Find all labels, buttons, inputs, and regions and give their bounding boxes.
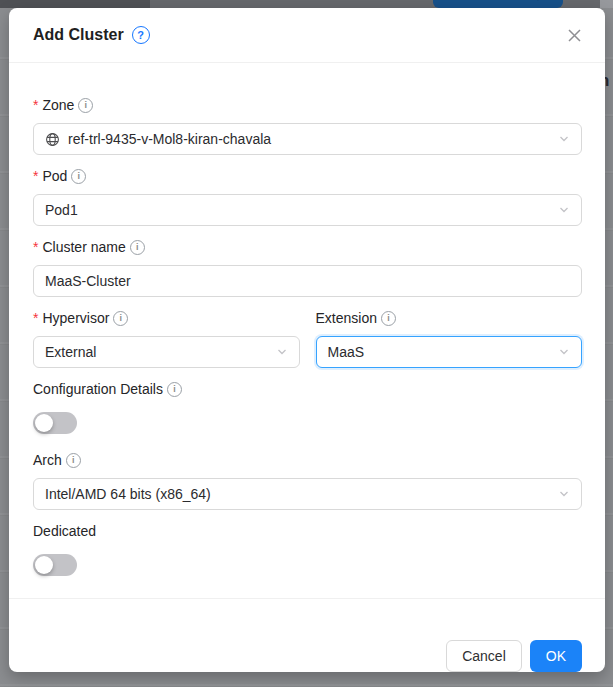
zone-select[interactable]: ref-trl-9435-v-Mol8-kiran-chavala — [33, 123, 582, 155]
extension-select[interactable]: MaaS — [316, 336, 583, 368]
dedicated-toggle[interactable] — [33, 554, 77, 576]
toggle-knob — [35, 414, 53, 432]
field-extension: Extension i MaaS — [316, 308, 583, 368]
pod-label-text: Pod — [42, 166, 67, 186]
chevron-down-icon — [558, 133, 570, 145]
caret-down-icon: ⌄ — [532, 0, 543, 3]
field-pod: * Pod i Pod1 — [33, 166, 582, 226]
dedicated-label-text: Dedicated — [33, 521, 96, 541]
modal-header: Add Cluster ? — [9, 8, 605, 63]
ok-button[interactable]: OK — [530, 640, 582, 672]
chevron-down-icon — [558, 346, 570, 358]
info-icon[interactable]: i — [113, 311, 128, 326]
arch-label: Arch i — [33, 450, 582, 470]
modal-body: * Zone i ref-trl-9435-v-Mol8-kiran-chava… — [9, 63, 605, 598]
field-cluster-name: * Cluster name i — [33, 237, 582, 297]
add-cluster-button[interactable]: Add Cluster ⌄ — [433, 0, 563, 8]
close-icon — [567, 28, 582, 43]
info-icon[interactable]: i — [66, 453, 81, 468]
toggle-knob — [35, 556, 53, 574]
arch-label-text: Arch — [33, 450, 62, 470]
arch-select[interactable]: Intel/AMD 64 bits (x86_64) — [33, 478, 582, 510]
cluster-name-input[interactable] — [33, 265, 582, 297]
chevron-down-icon — [558, 488, 570, 500]
required-marker: * — [33, 95, 38, 115]
info-icon[interactable]: i — [78, 98, 93, 113]
cancel-button[interactable]: Cancel — [446, 640, 522, 672]
modal-title: Add Cluster — [33, 24, 124, 46]
configuration-details-label: Configuration Details i — [33, 379, 582, 399]
zone-label-text: Zone — [42, 95, 74, 115]
field-arch: Arch i Intel/AMD 64 bits (x86_64) — [33, 450, 582, 510]
add-cluster-modal: Add Cluster ? * Zone i — [9, 8, 605, 672]
info-icon[interactable]: i — [167, 382, 182, 397]
hypervisor-select-value: External — [45, 344, 96, 360]
dedicated-label: Dedicated — [33, 521, 582, 541]
info-icon[interactable]: i — [130, 240, 145, 255]
background-corner-widget — [600, 0, 613, 8]
zone-label: * Zone i — [33, 95, 582, 115]
add-cluster-button-label: Add Cluster — [453, 0, 527, 3]
info-icon[interactable]: i — [71, 169, 86, 184]
configuration-details-toggle[interactable] — [33, 412, 77, 434]
extension-select-value: MaaS — [328, 344, 365, 360]
cluster-name-label-text: Cluster name — [42, 237, 125, 257]
field-dedicated: Dedicated — [33, 521, 582, 581]
field-zone: * Zone i ref-trl-9435-v-Mol8-kiran-chava… — [33, 95, 582, 155]
required-marker: * — [33, 237, 38, 257]
hypervisor-label: * Hypervisor i — [33, 308, 300, 328]
question-circle-icon[interactable]: ? — [132, 26, 150, 44]
hypervisor-extension-row: * Hypervisor i External Extension i — [33, 308, 582, 368]
field-hypervisor: * Hypervisor i External — [33, 308, 300, 368]
close-button[interactable] — [563, 24, 585, 46]
hypervisor-label-text: Hypervisor — [42, 308, 109, 328]
field-configuration-details: Configuration Details i — [33, 379, 582, 439]
pod-select-value: Pod1 — [45, 202, 78, 218]
cluster-name-label: * Cluster name i — [33, 237, 582, 257]
zone-select-value: ref-trl-9435-v-Mol8-kiran-chavala — [68, 131, 271, 147]
arch-select-value: Intel/AMD 64 bits (x86_64) — [45, 486, 211, 502]
required-marker: * — [33, 166, 38, 186]
hypervisor-select[interactable]: External — [33, 336, 300, 368]
globe-icon — [45, 132, 60, 147]
extension-label-text: Extension — [316, 308, 377, 328]
chevron-down-icon — [276, 346, 288, 358]
pod-label: * Pod i — [33, 166, 582, 186]
required-marker: * — [33, 308, 38, 328]
modal-footer: Cancel OK — [9, 598, 605, 672]
pod-select[interactable]: Pod1 — [33, 194, 582, 226]
configuration-details-label-text: Configuration Details — [33, 379, 163, 399]
chevron-down-icon — [558, 204, 570, 216]
info-icon[interactable]: i — [381, 311, 396, 326]
extension-label: Extension i — [316, 308, 583, 328]
